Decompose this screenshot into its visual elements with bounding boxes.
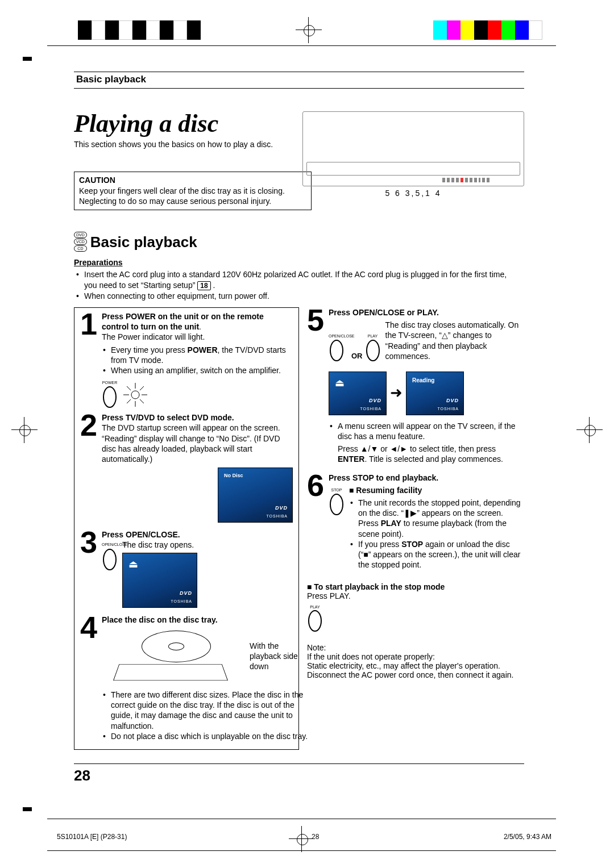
start-in-stop-heading: ■ To start playback in the stop mode: [307, 582, 524, 591]
tv-screen-eject: ⏏ DVD TOSHIBA: [122, 553, 197, 608]
step-6: 6 Press STOP to end playback. STOP ■ Res…: [307, 473, 524, 573]
top-rule: [47, 45, 556, 46]
step-4: 4 Place the disc on the disc tray. With …: [80, 615, 293, 744]
step-number: 5: [307, 307, 329, 465]
preparations-heading: Preparations: [74, 258, 123, 267]
bottom-rule-lower: [47, 850, 556, 851]
device-outline: [302, 111, 524, 186]
eject-icon: ⏏: [128, 558, 138, 571]
step-4-title: Place the disc on the disc tray.: [102, 615, 218, 624]
step-5-title: Press OPEN/CLOSE or PLAY.: [329, 308, 439, 317]
light-icon: [122, 382, 148, 408]
resume-bullet-1: The unit records the stopped point, depe…: [358, 498, 524, 539]
arrow-right-icon: ➜: [390, 383, 403, 403]
registration-target-icon: [293, 831, 310, 848]
svg-line-6: [140, 399, 144, 403]
header-bar: Basic playback: [74, 72, 524, 89]
svg-point-0: [131, 391, 139, 399]
stop-button-icon: STOP: [329, 487, 345, 573]
step-4-bullet-1: There are two different disc sizes. Plac…: [111, 690, 312, 731]
note-heading: If the unit does not operate properly:: [307, 652, 524, 661]
step-3-title: Press OPEN/CLOSE.: [102, 530, 180, 539]
svg-line-8: [140, 386, 144, 390]
step-2-title: Press TV/DVD to select DVD mode.: [102, 413, 234, 422]
color-swatches: [433, 20, 542, 40]
device-callout-numbers: 5 6 3,5,1 4: [302, 189, 524, 198]
registration-target-icon: [581, 422, 598, 439]
page-ref-badge: 18: [197, 281, 210, 290]
tv-screen-reading: Reading DVD TOSHIBA: [406, 372, 464, 415]
prep-item-1: Insert the AC cord plug into a standard …: [84, 269, 524, 291]
step-1-title: Press POWER on the unit or on the remote…: [102, 312, 264, 331]
bw-swatches: [78, 20, 201, 40]
steps-columns: 1 Press POWER on the unit or on the remo…: [74, 307, 524, 750]
svg-line-5: [127, 386, 131, 390]
start-in-stop-body: Press PLAY.: [307, 591, 524, 600]
disc-on-tray-illustration: [102, 625, 250, 687]
registration-target-icon: [16, 422, 33, 439]
step-3: 3 Press OPEN/CLOSE. OPEN/CLOSE The disc …: [80, 529, 293, 610]
step-number: 1: [80, 311, 102, 408]
badge-vcd: VCD: [74, 239, 87, 245]
section-title: Basic playback: [90, 233, 197, 251]
caution-text: Keep your fingers well clear of the disc…: [79, 186, 306, 206]
step-2: 2 Press TV/DVD to select DVD mode. The D…: [80, 412, 293, 525]
step-5: 5 Press OPEN/CLOSE or PLAY. OPEN/CLOSE O…: [307, 307, 524, 465]
or-label: OR: [351, 352, 363, 361]
disc-type-badges: DVD VCD CD: [74, 232, 87, 252]
play-button-icon: PLAY: [307, 605, 323, 632]
step-2-body: The DVD startup screen will appear on th…: [102, 423, 293, 464]
resume-bullet-2: If you press STOP again or unload the di…: [358, 539, 524, 570]
step-number: 4: [80, 615, 102, 744]
page-sheet: Basic playback Playing a disc This secti…: [0, 0, 614, 868]
registration-target-icon: [300, 22, 317, 39]
step-5-body: The disc tray closes automatically. On t…: [385, 320, 525, 361]
resuming-heading: ■ Resuming facility: [349, 485, 524, 495]
svg-line-7: [127, 399, 131, 403]
steps-right: 5 Press OPEN/CLOSE or PLAY. OPEN/CLOSE O…: [302, 307, 524, 750]
registration-bar-top: [47, 20, 556, 40]
step-5-after-2: Press ▲/▼ or ◄/► to select title, then p…: [329, 444, 524, 464]
crop-marks-bottom: [47, 831, 556, 848]
eject-icon: ⏏: [335, 377, 345, 390]
page-number: 28: [74, 767, 90, 784]
page-number-badge: 28: [74, 767, 90, 784]
step-3-body: The disc tray opens.: [122, 540, 293, 550]
crop-marks-top: [47, 20, 556, 40]
play-button-icon: PLAY: [365, 333, 381, 361]
step-4-bullet-2: Do not place a disc which is unplayable …: [111, 731, 312, 741]
step-number: 3: [80, 529, 102, 610]
device-illustration: 5 6 3,5,1 4: [302, 111, 524, 198]
note-label: Note:: [307, 643, 524, 652]
manual-page: Basic playback Playing a disc This secti…: [74, 72, 524, 779]
bottom-rule-upper: [47, 819, 556, 819]
intro-row: Playing a disc This section shows you th…: [74, 111, 524, 219]
open-close-button-icon: OPEN/CLOSE: [102, 542, 118, 570]
note-block: Note: If the unit does not operate prope…: [307, 643, 524, 679]
caution-box: CAUTION Keep your fingers well clear of …: [74, 172, 312, 210]
chapter-intro: This section shows you the basics on how…: [74, 140, 324, 149]
tv-screen-nodisc: No Disc DVD TOSHIBA: [218, 468, 293, 523]
step-number: 6: [307, 473, 329, 573]
note-body: Static electricity, etc., may affect the…: [307, 661, 524, 679]
header-section-title: Basic playback: [76, 74, 146, 85]
preparations: Preparations Insert the AC cord plug int…: [74, 258, 524, 302]
step-number: 2: [80, 412, 102, 525]
chapter-title: Playing a disc: [74, 111, 324, 136]
step-6-title: Press STOP to end playback.: [329, 473, 438, 482]
step-1-line1: The Power indicator will light.: [102, 332, 293, 342]
steps-left: 1 Press POWER on the unit or on the remo…: [74, 307, 299, 750]
section-heading: DVD VCD CD Basic playback: [74, 232, 524, 252]
edge-tick: [23, 57, 32, 61]
badge-dvd: DVD: [74, 232, 87, 238]
step-1-bullet-2: When using an amplifier, switch on the a…: [111, 365, 293, 375]
caution-heading: CAUTION: [79, 176, 306, 185]
step-1: 1 Press POWER on the unit or on the remo…: [80, 311, 293, 408]
step-1-bullet-1: Every time you press POWER, the TV/DVD s…: [111, 345, 293, 365]
tv-screen-eject-small: ⏏ DVD TOSHIBA: [329, 372, 387, 415]
edge-tick: [23, 807, 32, 811]
power-button-icon: POWER: [102, 380, 118, 408]
prep-item-2: When connecting to other equipment, turn…: [84, 291, 524, 302]
open-close-button-icon: OPEN/CLOSE: [329, 333, 345, 361]
badge-cd: CD: [74, 245, 87, 252]
